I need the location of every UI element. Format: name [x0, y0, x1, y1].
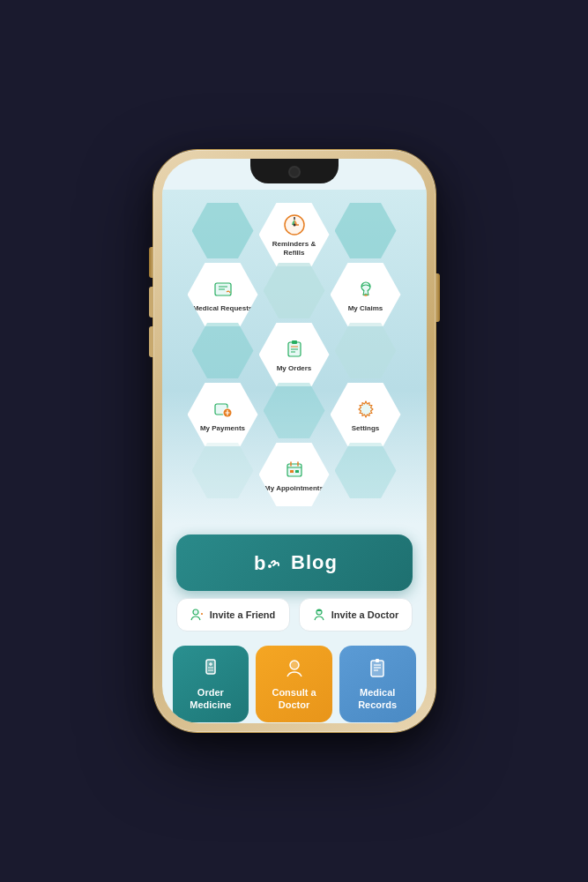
my-orders-icon [282, 337, 307, 362]
svg-rect-23 [290, 470, 294, 473]
hex-medical-requests[interactable]: Medical Requests [188, 263, 258, 326]
reminders-label: Reminders & Refills [264, 240, 324, 257]
svg-rect-19 [287, 464, 301, 476]
invite-doctor-icon [312, 608, 326, 622]
order-medicine-label: Order Medicine [180, 686, 242, 712]
order-medicine-card[interactable]: Order Medicine [173, 646, 249, 722]
hex-bg-4 [192, 323, 254, 378]
hex-bg-7 [192, 443, 254, 498]
settings-label: Settings [352, 424, 380, 433]
blog-button[interactable]: b Blog [176, 534, 413, 591]
my-claims-icon [354, 277, 378, 302]
hex-row-3: My Orders [192, 323, 397, 386]
svg-point-7 [361, 282, 370, 291]
hex-my-orders[interactable]: My Orders [259, 323, 330, 386]
notch [250, 159, 339, 183]
medical-records-label: Medical Records [346, 686, 409, 712]
consult-doctor-label: Consult a Doctor [263, 686, 325, 712]
svg-point-3 [293, 223, 295, 226]
invite-friend-button[interactable]: Invite a Friend [176, 598, 290, 632]
invite-doctor-label: Invite a Doctor [331, 609, 398, 620]
svg-rect-31 [317, 609, 321, 611]
my-payments-label: My Payments [200, 424, 245, 433]
svg-point-27 [193, 609, 198, 615]
honeycomb-area: Reminders & Refills [162, 190, 427, 524]
medical-requests-icon [211, 277, 235, 302]
svg-rect-42 [376, 659, 379, 662]
phone-frame: Reminders & Refills [153, 150, 435, 732]
svg-rect-38 [371, 661, 383, 676]
svg-point-26 [268, 564, 272, 568]
svg-point-37 [290, 661, 299, 669]
my-orders-label: My Orders [277, 364, 312, 373]
invite-doctor-button[interactable]: Invite a Doctor [299, 598, 413, 632]
blog-section: b Blog [162, 524, 427, 598]
medical-requests-label: Medical Requests [193, 304, 253, 313]
hex-row-1: Reminders & Refills [192, 203, 397, 266]
medical-records-icon [365, 656, 390, 681]
invite-row: Invite a Friend Invite a Doctor [162, 598, 427, 640]
my-payments-icon [211, 397, 235, 422]
invite-friend-label: Invite a Friend [210, 609, 276, 620]
blog-label: Blog [291, 551, 338, 574]
blog-icon: b [250, 547, 282, 579]
svg-rect-12 [292, 340, 297, 344]
svg-rect-24 [295, 470, 299, 473]
svg-text:b: b [254, 552, 265, 574]
bottom-cards: Order Medicine Consult a Doctor [162, 640, 427, 723]
hex-reminders[interactable]: Reminders & Refills [259, 203, 330, 266]
screen-content: Reminders & Refills [162, 159, 427, 723]
settings-icon [354, 397, 378, 422]
hex-row-5: My Appointments [192, 443, 397, 506]
hex-row-4: My Payments Settings [188, 383, 401, 446]
phone-screen: Reminders & Refills [162, 159, 427, 723]
invite-friend-icon [190, 608, 205, 622]
svg-rect-32 [206, 660, 215, 674]
hex-bg-5 [335, 323, 397, 378]
honeycomb-grid: Reminders & Refills [171, 203, 418, 506]
my-claims-label: My Claims [348, 304, 383, 313]
my-appointments-label: My Appointments [264, 484, 324, 493]
hex-bg-1 [192, 203, 254, 258]
hex-my-appointments[interactable]: My Appointments [259, 443, 330, 506]
hex-bg-8 [335, 443, 397, 498]
hex-bg-2 [335, 203, 397, 258]
hex-settings[interactable]: Settings [331, 383, 401, 446]
my-appointments-icon [282, 457, 307, 482]
order-medicine-icon [198, 656, 223, 681]
hex-row-2: Medical Requests [188, 263, 401, 326]
consult-doctor-icon [282, 656, 307, 681]
reminders-icon [282, 213, 307, 237]
hex-my-payments[interactable]: My Payments [188, 383, 258, 446]
medical-records-card[interactable]: Medical Records [339, 646, 416, 722]
hex-bg-3 [264, 263, 325, 318]
hex-my-claims[interactable]: My Claims [331, 263, 401, 326]
consult-doctor-card[interactable]: Consult a Doctor [256, 646, 332, 722]
hex-bg-6 [264, 383, 325, 438]
